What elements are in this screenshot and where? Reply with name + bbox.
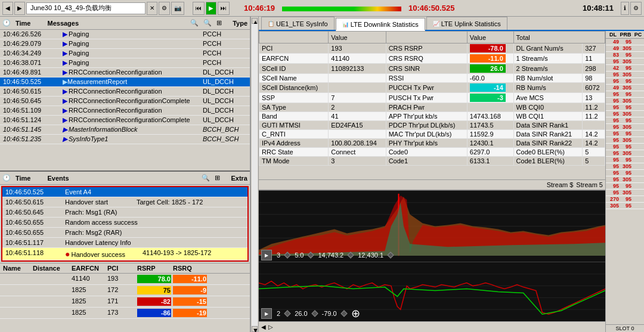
chart2-nav-end[interactable] — [340, 310, 347, 317]
table-row[interactable]: 10:46:51.124▶RRCConnectionReconfiguratio… — [0, 116, 250, 125]
prb-row: 9595 — [606, 78, 644, 85]
tab-sysinfo[interactable]: 📋 UE1_LTE SysInfo — [261, 17, 335, 30]
tab-downlink-label: LTE Downlink Statistics — [351, 21, 419, 28]
tab-uplink[interactable]: 📈 LTE Uplink Statistics — [426, 17, 507, 30]
toolbar-settings-btn[interactable]: ⚙ — [159, 2, 170, 15]
prb-row: 4295 — [606, 65, 644, 72]
chart2-cursor-icon[interactable]: ⊕ — [351, 307, 360, 320]
table-row: IPv4 Address 100.80.208.194 PHY Thr'put … — [259, 139, 605, 148]
prb-row: 8395 — [606, 52, 644, 58]
event-row-highlighted[interactable]: 10:46:50.525 Event A4 — [2, 187, 247, 197]
chart2-nav-right[interactable] — [311, 310, 318, 317]
table-row-highlighted[interactable]: 10:46:50.525▶MeasurementReportUL_DCCH — [0, 77, 250, 87]
table-row[interactable]: 10:46:51.235▶SysInfoType1BCCH_SCH — [0, 135, 250, 144]
event-row[interactable]: 10:46:51.117 Handover Latency Info — [2, 238, 247, 248]
col-param — [259, 32, 329, 44]
prb-row: 9595 — [606, 170, 644, 176]
events-search-icon[interactable]: 🔍 — [202, 174, 210, 182]
toolbar-skip-end-btn[interactable]: ⏭ — [218, 2, 230, 15]
table-row[interactable]: 10:46:51.145▶MasterInformationBlockBCCH_… — [0, 125, 250, 135]
prb-row: 9595 — [606, 157, 644, 163]
chart1-val3: 12,430.1 — [355, 251, 386, 259]
arrow-left-icon[interactable]: ◀ — [261, 324, 266, 330]
toolbar-forward-btn[interactable]: ▶ — [14, 2, 25, 15]
messages-panel: 🕐 Time Messages 🔍 🔍 ⊞ Type 10:46:26.526▶… — [0, 17, 250, 172]
downlink-stats-table: Value Value Total PCI 193 CRS RSRP — [259, 31, 605, 166]
event-row-handover-success[interactable]: 10:46:51.118 ●Handover success 41140-193… — [2, 248, 247, 260]
table-row: RRC State Connect Code0 6297.0 Code0 BLE… — [259, 148, 605, 157]
main-container: 🕐 Time Messages 🔍 🔍 ⊞ Type 10:46:26.526▶… — [0, 17, 644, 332]
table-row[interactable]: 10:46:26.526▶PagingPCCH — [0, 30, 250, 39]
type-col-label: Type — [233, 20, 247, 27]
table-row[interactable]: 10:46:50.615▶RRCConnectionReconfiguratio… — [0, 87, 250, 97]
table-row[interactable]: 10:46:51.109▶RRCConnectionReconfiguratio… — [0, 106, 250, 116]
grid-icon[interactable]: ⊞ — [216, 19, 222, 27]
right-main: Value Value Total PCI 193 CRS RSRP — [259, 31, 644, 332]
tab-downlink[interactable]: 📊 LTE Downlink Statistics — [336, 18, 425, 31]
chart1-nav-left[interactable] — [284, 252, 290, 258]
table-row[interactable]: 1825 172 75 -9 — [0, 285, 250, 296]
toolbar-camera-btn[interactable]: 📷 — [171, 2, 184, 15]
chart2-play-btn[interactable]: ▶ — [261, 308, 272, 319]
expand-icon[interactable]: ▷ — [268, 324, 273, 330]
table-row[interactable]: 1825 173 -86 -19 — [0, 308, 250, 319]
scroll-up-btn[interactable]: ▲ — [252, 18, 258, 24]
event-row[interactable]: 10:46:50.615 Handover start Target Cell:… — [2, 197, 247, 207]
project-title: June30 10_43_49-负载均衡 — [26, 2, 145, 14]
messages-title: Time — [16, 20, 30, 27]
event-row-random-access[interactable]: 10:46:50.655 Random access success — [2, 218, 247, 228]
stream-5-label: Stream 5 — [576, 181, 603, 188]
col-total: Total — [513, 32, 605, 44]
col-rsrp: RSRP — [135, 264, 171, 272]
scroll-track[interactable] — [252, 24, 258, 326]
table-row[interactable]: 10:46:50.645▶RRCConnectionReconfiguratio… — [0, 97, 250, 106]
chart1-val1: 5.0 — [292, 251, 306, 259]
chart1-nav-mid[interactable] — [308, 252, 314, 258]
slot-label: SLOT 0 — [606, 324, 644, 332]
toolbar-info-btn[interactable]: ℹ — [621, 2, 629, 15]
tab-icon-sysinfo: 📋 — [268, 21, 274, 27]
left-panel: 🕐 Time Messages 🔍 🔍 ⊞ Type 10:46:26.526▶… — [0, 17, 250, 332]
chart1-play-btn[interactable]: ▶ — [261, 250, 272, 260]
toolbar-x-btn[interactable]: ✕ — [147, 2, 157, 15]
toolbar: ◀ ▶ June30 10_43_49-负载均衡 ✕ ⚙ 📷 ⏮ ▶ ⏭ 10:… — [0, 0, 644, 17]
right-content: Value Value Total PCI 193 CRS RSRP — [259, 31, 605, 332]
chart1-nav-end[interactable] — [387, 252, 394, 258]
prb-row: 95305 — [606, 98, 644, 104]
table-row[interactable]: 10:46:38.071▶PagingPCCH — [0, 58, 250, 68]
event-row[interactable]: 10:46:50.655 Prach: Msg2 (RAR) — [2, 228, 247, 238]
prb-row: 95305 — [606, 190, 644, 196]
toolbar-play-btn[interactable]: ▶ — [206, 2, 216, 15]
throughput-chart: ▶ 3 5.0 14,743.2 12,430.1 — [259, 190, 605, 262]
clock-icon: 🕐 — [2, 174, 11, 182]
messages-icon: 🕐 — [2, 19, 11, 27]
chart2-val1: 26.0 — [292, 309, 309, 318]
table-row: SCell ID 110892133 CRS SINR 26.0 2 Strea… — [259, 64, 605, 74]
toolbar-skip-start-btn[interactable]: ⏮ — [193, 2, 205, 15]
prb-header: DL PRB PC — [606, 31, 644, 39]
chart1-nav-right[interactable] — [348, 252, 354, 258]
search-icon[interactable]: 🔍 — [190, 19, 199, 27]
table-row[interactable]: 10:46:49.891▶RRCConnectionReconfiguratio… — [0, 68, 250, 77]
left-panel-scrollbar[interactable]: ▲ ▼ — [250, 17, 259, 332]
toolbar-back-btn[interactable]: ◀ — [2, 2, 13, 15]
prb-row: 4995 — [606, 39, 644, 45]
events-grid-icon[interactable]: ⊞ — [215, 174, 220, 182]
stats-area[interactable]: Value Value Total PCI 193 CRS RSRP — [259, 31, 605, 179]
toolbar-menu-btn[interactable]: ⚙ — [630, 2, 642, 15]
prb-row: 9595 — [606, 131, 644, 137]
scroll-down-btn[interactable]: ▼ — [252, 326, 258, 332]
chart2-controls: ▶ 2 26.0 -79.0 ⊕ — [261, 307, 360, 320]
table-row[interactable]: 41140 193 78.0 -11.0 — [0, 274, 250, 285]
bottom-bar: ◀ ▷ — [259, 321, 605, 332]
prb-row: 95305 — [606, 163, 644, 170]
table-row[interactable]: 10:46:29.079▶PagingPCCH — [0, 39, 250, 49]
table-row[interactable]: 1825 171 -82 -15 — [0, 296, 250, 308]
event-row[interactable]: 10:46:50.645 Prach: Msg1 (RA) — [2, 207, 247, 218]
prb-row: 9595 — [606, 91, 644, 98]
chart2-nav-left[interactable] — [284, 310, 290, 317]
table-row[interactable]: 10:46:34.249▶PagingPCCH — [0, 49, 250, 58]
events-table: 10:46:50.525 Event A4 10:46:50.615 Hando… — [1, 186, 249, 262]
search-icon-2[interactable]: 🔍 — [203, 19, 212, 27]
col-name: Name — [1, 264, 31, 272]
